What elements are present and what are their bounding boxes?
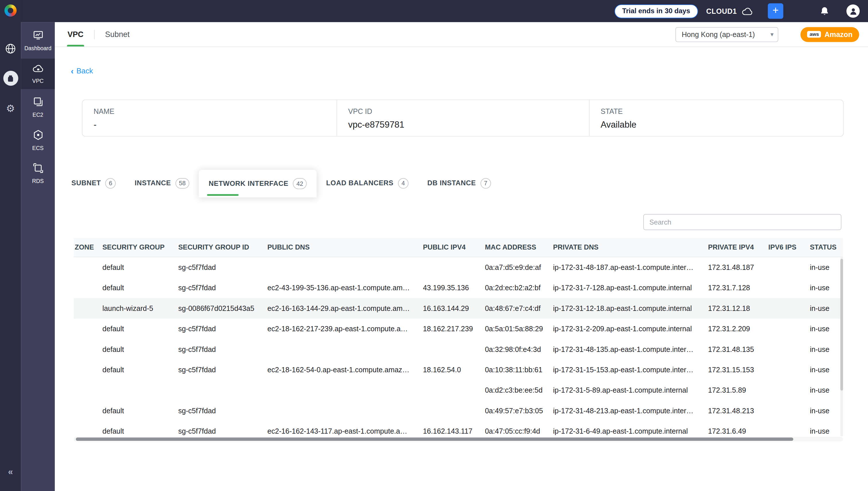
table-cell: 172.31.6.49 [707,427,767,435]
field-value: - [93,120,337,130]
table-cell: default [101,263,177,271]
main-content: VPC Subnet Hong Kong (ap-east-1) ▾ aws A… [55,22,868,491]
table-cell: 16.162.143.117 [422,427,484,435]
dns-globe-icon[interactable] [5,43,16,54]
table-cell: ec2-16-163-144-29.ap-east-1.compute.am… [266,304,422,313]
horizontal-scrollbar-thumb[interactable] [76,437,793,441]
table-cell: ip-172-31-48-187.ap-east-1.compute.inter… [552,263,707,271]
table-cell: in-use [809,366,842,374]
table-cell: in-use [809,284,842,292]
table-row[interactable]: defaultsg-c5f7fdadec2-18-162-217-239.ap-… [74,319,843,339]
add-button[interactable]: + [768,3,783,19]
table-cell: default [101,406,177,415]
table-cell: 172.31.7.128 [707,284,767,292]
table-cell: in-use [809,304,842,313]
header-controls: Hong Kong (ap-east-1) ▾ aws Amazon [676,27,859,42]
aws-logo: aws [808,31,821,37]
tab-label: SUBNET [72,179,101,187]
table-cell: 0a:2d:ec:b2:a2:bf [484,284,552,292]
table-cell: ip-172-31-7-128.ap-east-1.compute.intern… [552,284,707,292]
dashboard-icon [32,30,44,43]
back-row: ‹ Back [71,66,868,75]
search-input[interactable] [643,214,841,230]
tab-instance[interactable]: INSTANCE 58 [125,178,199,198]
notifications-bell-icon[interactable] [820,6,829,16]
tab-subnet[interactable]: Subnet [100,22,135,47]
chevron-down-icon: ▾ [770,31,774,38]
column-header: ZONE [74,243,101,251]
count-badge: 7 [480,178,491,189]
table-row[interactable]: 0a:d2:c3:be:ee:5dip-172-31-5-89.ap-east-… [74,380,843,400]
table-row[interactable]: defaultsg-c5f7fdad0a:32:98:0f:e4:3dip-17… [74,339,843,359]
trial-badge[interactable]: Trial ends in 30 days [615,4,698,18]
active-product-icon[interactable] [3,71,18,86]
cloud-icon [741,7,753,15]
count-badge: 6 [105,178,116,189]
back-button[interactable]: ‹ Back [71,67,93,75]
search-row [55,214,841,230]
table-cell: sg-c5f7fdad [177,366,266,374]
table-cell: 0a:d2:c3:be:ee:5d [484,386,552,394]
horizontal-scrollbar-track [74,437,843,441]
column-header: MAC ADDRESS [484,243,552,251]
table-cell: launch-wizard-5 [101,304,177,313]
column-header: PRIVATE DNS [552,243,707,251]
count-badge: 42 [293,178,307,189]
sidebar-item-ec2[interactable]: EC2 [21,92,55,122]
provider-amazon-button[interactable]: aws Amazon [801,27,859,42]
sidebar-item-label: ECS [32,145,44,151]
table-cell: 172.31.48.187 [707,263,767,271]
vertical-scrollbar-thumb[interactable] [840,259,843,391]
collapse-sidebar-icon[interactable]: « [8,467,13,477]
sidebar-item-dashboard[interactable]: Dashboard [21,26,55,56]
table-row[interactable]: defaultsg-c5f7fdad0a:49:57:e7:b3:05ip-17… [74,400,843,421]
table-cell: in-use [809,406,842,415]
sidebar-item-ecs[interactable]: ECS [21,125,55,155]
region-selector[interactable]: Hong Kong (ap-east-1) ▾ [676,27,779,42]
provider-label: Amazon [824,30,852,38]
ec2-icon [32,96,44,110]
table-cell: 172.31.48.135 [707,345,767,353]
app-logo[interactable] [4,4,16,16]
tab-label: DB INSTANCE [427,179,476,187]
tab-load-balancers[interactable]: LOAD BALANCERS 4 [317,178,418,198]
vpc-summary-card: NAME - VPC ID vpc-e8759781 STATE Availab… [82,99,844,137]
table-cell: 0a:a7:d5:e9:de:af [484,263,552,271]
table-cell: sg-c5f7fdad [177,345,266,353]
table-cell: 0a:48:67:e7:c4:df [484,304,552,313]
column-header: IPV6 IPS [767,243,809,251]
table-cell: ec2-18-162-217-239.ap-east-1.compute.a… [266,325,422,333]
table-row[interactable]: defaultsg-c5f7fdadec2-18-162-54-0.ap-eas… [74,359,843,380]
sidebar-item-label: VPC [32,78,44,84]
table-cell: in-use [809,427,842,435]
table-cell: 0a:32:98:0f:e4:3d [484,345,552,353]
tab-subnet-resources[interactable]: SUBNET 6 [62,178,125,198]
table-cell: 0a:49:57:e7:b3:05 [484,406,552,415]
account-menu[interactable]: CLOUD1 [706,7,753,15]
column-header: SECURITY GROUP ID [177,243,266,251]
tab-vpc[interactable]: VPC [62,22,88,47]
settings-gear-icon[interactable]: ⚙ [6,104,15,114]
sidebar-item-rds[interactable]: RDS [21,158,55,189]
table-row[interactable]: defaultsg-c5f7fdadec2-43-199-35-136.ap-e… [74,278,843,298]
product-rail: ⚙ « [0,0,21,491]
sidebar-item-vpc[interactable]: VPC [21,58,55,89]
table-cell: sg-c5f7fdad [177,284,266,292]
app-window: Trial ends in 30 days CLOUD1 + ⚙ « [0,0,868,491]
user-avatar[interactable] [846,4,860,18]
count-badge: 58 [175,178,189,189]
table-row[interactable]: launch-wizard-5sg-0086f67d0215d43a5ec2-1… [74,298,843,318]
table-cell: sg-0086f67d0215d43a5 [177,304,266,313]
table-cell: 0a:5a:01:5a:88:29 [484,325,552,333]
table-row[interactable]: defaultsg-c5f7fdad0a:a7:d5:e9:de:afip-17… [74,257,843,278]
tab-network-interface[interactable]: NETWORK INTERFACE 42 [199,170,317,197]
table-cell: sg-c5f7fdad [177,427,266,435]
resource-tabs: SUBNET 6 INSTANCE 58 NETWORK INTERFACE 4… [62,170,868,197]
table-cell: 0a:10:38:11:bb:61 [484,366,552,374]
column-header: PUBLIC DNS [266,243,422,251]
page-header: VPC Subnet Hong Kong (ap-east-1) ▾ aws A… [55,22,868,47]
tab-db-instance[interactable]: DB INSTANCE 7 [418,178,500,198]
table-body: defaultsg-c5f7fdad0a:a7:d5:e9:de:afip-17… [74,257,843,441]
summary-field-vpc-id: VPC ID vpc-e8759781 [337,100,589,136]
tab-label: NETWORK INTERFACE [209,180,289,187]
